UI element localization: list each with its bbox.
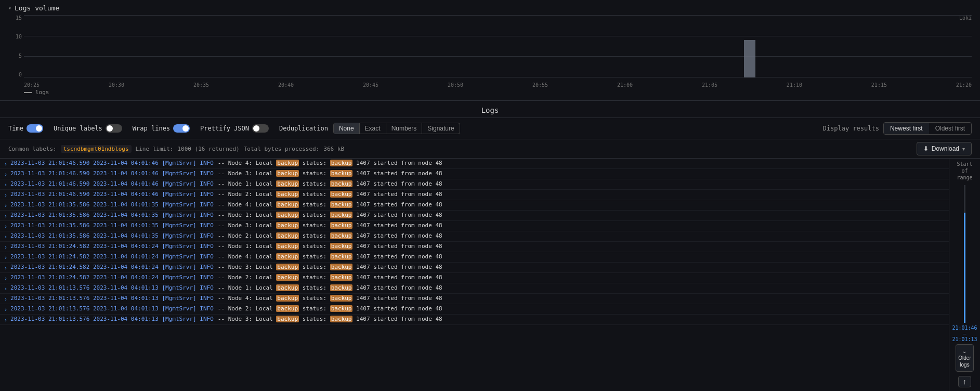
backup-highlight: backup [330, 232, 353, 239]
log-row[interactable]: ›2023-11-03 21:01:46.590 2023-11-04 04:0… [0, 190, 949, 200]
log-timestamp: 2023-11-03 21:01:13.576 2023-11-04 04:01… [10, 284, 214, 293]
prettify-json-label: Prettify JSON [200, 125, 249, 132]
chart-bar-main [744, 40, 755, 77]
expand-icon[interactable]: › [4, 263, 7, 272]
backup-highlight: backup [330, 170, 353, 177]
chart-grid [24, 15, 972, 77]
backup-highlight: backup [276, 243, 299, 250]
unique-labels-toggle[interactable] [106, 124, 122, 133]
log-row[interactable]: ›2023-11-03 21:01:13.576 2023-11-04 04:0… [0, 304, 949, 315]
backup-highlight: backup [330, 305, 353, 312]
backup-highlight: backup [276, 222, 299, 229]
expand-icon[interactable]: › [4, 201, 7, 210]
expand-icon[interactable]: › [4, 273, 7, 282]
controls-bar: Time Unique labels Wrap lines Prettify J… [0, 118, 980, 139]
log-content: -- Node 3: Local backup status: backup 1… [218, 170, 442, 178]
logs-volume-section: ▾ Logs volume Loki 0 5 10 15 [0, 0, 980, 101]
time-toggle[interactable] [27, 124, 43, 133]
dedup-control: Deduplication None Exact Numbers Signatu… [279, 123, 460, 134]
log-row[interactable]: ›2023-11-03 21:01:46.590 2023-11-04 04:0… [0, 169, 949, 179]
log-content: -- Node 1: Local backup status: backup 1… [218, 242, 442, 251]
backup-highlight: backup [276, 253, 299, 260]
expand-icon[interactable]: › [4, 294, 7, 303]
log-row[interactable]: ›2023-11-03 21:01:24.582 2023-11-04 04:0… [0, 273, 949, 283]
y-label-15: 15 [8, 15, 22, 21]
expand-icon[interactable]: › [4, 190, 7, 199]
range-track [964, 185, 965, 323]
dedup-buttons: None Exact Numbers Signature [333, 123, 460, 134]
log-row[interactable]: ›2023-11-03 21:01:13.576 2023-11-04 04:0… [0, 315, 949, 325]
dedup-signature-button[interactable]: Signature [422, 123, 459, 134]
expand-icon[interactable]: › [4, 232, 7, 241]
expand-icon[interactable]: › [4, 284, 7, 293]
backup-highlight: backup [330, 264, 353, 270]
log-row[interactable]: ›2023-11-03 21:01:24.582 2023-11-04 04:0… [0, 252, 949, 263]
expand-icon[interactable]: › [4, 305, 7, 314]
log-row[interactable]: ›2023-11-03 21:01:24.582 2023-11-04 04:0… [0, 263, 949, 273]
log-row[interactable]: ›2023-11-03 21:01:24.582 2023-11-04 04:0… [0, 242, 949, 252]
expand-icon[interactable]: › [4, 170, 7, 178]
unique-labels-label: Unique labels [54, 125, 102, 132]
log-row[interactable]: ›2023-11-03 21:01:46.590 2023-11-04 04:0… [0, 179, 949, 190]
expand-icon[interactable]: › [4, 253, 7, 262]
backup-highlight: backup [330, 201, 353, 208]
log-row[interactable]: ›2023-11-03 21:01:35.586 2023-11-04 04:0… [0, 221, 949, 231]
log-row[interactable]: ›2023-11-03 21:01:35.586 2023-11-04 04:0… [0, 211, 949, 221]
log-row[interactable]: ›2023-11-03 21:01:35.586 2023-11-04 04:0… [0, 231, 949, 242]
logs-volume-title: Logs volume [15, 4, 59, 12]
download-area: ⬇ Download ▾ [917, 142, 972, 155]
log-timestamp: 2023-11-03 21:01:24.582 2023-11-04 04:01… [10, 253, 214, 262]
range-time-bottom: 21:01:13 [952, 336, 977, 342]
download-icon: ⬇ [923, 145, 929, 152]
log-content: -- Node 1: Local backup status: backup 1… [218, 284, 442, 293]
grid-line-10 [24, 36, 972, 36]
log-table: ›2023-11-03 21:01:46.590 2023-11-04 04:0… [0, 159, 949, 391]
chevron-icon: ▾ [8, 5, 11, 11]
backup-highlight: backup [330, 180, 353, 187]
prettify-json-toggle[interactable] [252, 124, 269, 133]
expand-icon[interactable]: › [4, 180, 7, 189]
common-labels-bar: Common labels: tscndbmgmt01ndblogs Line … [0, 139, 980, 159]
scroll-top-button[interactable]: ↑ [958, 376, 971, 387]
backup-highlight: backup [276, 232, 299, 239]
x-label-9: 21:10 [787, 82, 802, 88]
sort-buttons: Newest first Oldest first [883, 122, 972, 135]
log-timestamp: 2023-11-03 21:01:46.590 2023-11-04 04:01… [10, 159, 214, 168]
chart-container: Loki 0 5 10 15 [8, 15, 972, 98]
range-panel: Startofrange 21:01:46 — 21:01:13 ⌄ Older… [949, 159, 980, 391]
chart-legend: logs [8, 89, 972, 96]
log-content: -- Node 4: Local backup status: backup 1… [218, 253, 442, 262]
log-row[interactable]: ›2023-11-03 21:01:46.590 2023-11-04 04:0… [0, 159, 949, 169]
legend-label: logs [35, 89, 49, 96]
older-logs-button[interactable]: ⌄ Olderlogs [956, 344, 973, 372]
log-timestamp: 2023-11-03 21:01:35.586 2023-11-04 04:01… [10, 232, 214, 241]
expand-icon[interactable]: › [4, 315, 7, 324]
log-row[interactable]: ›2023-11-03 21:01:13.576 2023-11-04 04:0… [0, 283, 949, 294]
backup-highlight: backup [330, 316, 353, 322]
backup-highlight: backup [330, 274, 353, 281]
backup-highlight: backup [330, 212, 353, 218]
dedup-none-button[interactable]: None [334, 123, 360, 134]
backup-highlight: backup [330, 160, 353, 166]
line-limit-value: 1000 (16 returned) [177, 146, 239, 152]
sort-newest-button[interactable]: Newest first [884, 123, 929, 134]
expand-icon[interactable]: › [4, 159, 7, 168]
log-row[interactable]: ›2023-11-03 21:01:13.576 2023-11-04 04:0… [0, 294, 949, 304]
expand-icon[interactable]: › [4, 211, 7, 220]
download-button[interactable]: ⬇ Download ▾ [917, 142, 972, 155]
log-timestamp: 2023-11-03 21:01:13.576 2023-11-04 04:01… [10, 305, 214, 314]
expand-icon[interactable]: › [4, 221, 7, 230]
download-label: Download [932, 145, 959, 152]
wrap-lines-label: Wrap lines [133, 125, 170, 132]
wrap-lines-toggle[interactable] [173, 124, 190, 133]
log-row[interactable]: ›2023-11-03 21:01:35.586 2023-11-04 04:0… [0, 200, 949, 211]
grid-line-15 [24, 15, 972, 16]
log-timestamp: 2023-11-03 21:01:46.590 2023-11-04 04:01… [10, 190, 214, 199]
logs-volume-header[interactable]: ▾ Logs volume [8, 4, 972, 12]
expand-icon[interactable]: › [4, 242, 7, 251]
total-bytes-label: Total bytes processed: [244, 146, 320, 152]
dedup-numbers-button[interactable]: Numbers [386, 123, 423, 134]
sort-oldest-button[interactable]: Oldest first [929, 123, 971, 134]
backup-highlight: backup [276, 170, 299, 177]
dedup-exact-button[interactable]: Exact [360, 123, 386, 134]
